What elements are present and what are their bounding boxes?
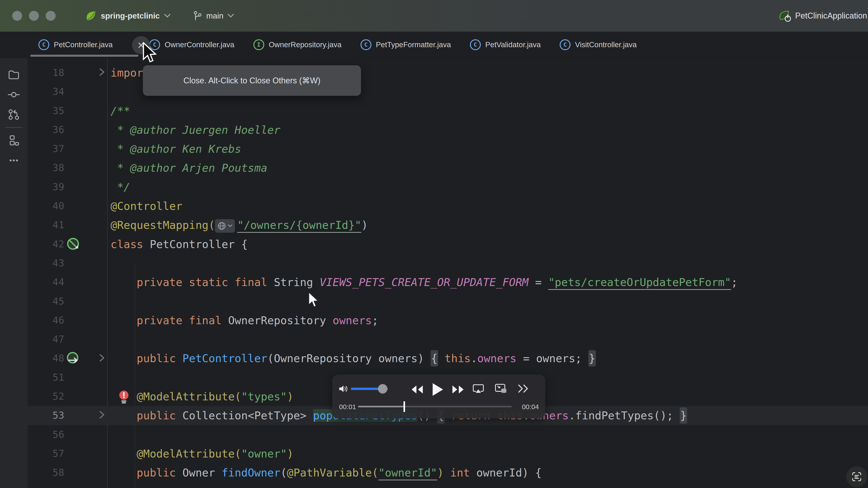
close-tab-tooltip: Close. Alt-Click to Close Others (⌘W) bbox=[143, 65, 361, 96]
class-file-icon: C bbox=[361, 39, 371, 50]
line-number: 38 bbox=[28, 158, 64, 177]
class-file-icon: C bbox=[470, 39, 481, 50]
spring-bean-gutter-icon[interactable] bbox=[66, 237, 81, 252]
code-line-36[interactable]: 36 * @author Juergen Hoeller bbox=[28, 121, 868, 139]
window-minimize-button[interactable] bbox=[29, 11, 39, 21]
activity-structure-icon[interactable] bbox=[4, 131, 24, 151]
tab-petvalidator-java[interactable]: CPetValidator.java bbox=[460, 32, 550, 58]
code-line-46[interactable]: 46 private final OwnerRepository owners; bbox=[28, 311, 868, 330]
activity-commit-icon[interactable] bbox=[4, 85, 24, 105]
tab-label: PetTypeFormatter.java bbox=[376, 40, 451, 49]
line-number: 47 bbox=[28, 330, 64, 349]
tab-label: OwnerRepository.java bbox=[269, 40, 342, 49]
activity-pull-request-icon[interactable] bbox=[4, 105, 24, 125]
line-number: 40 bbox=[28, 197, 64, 216]
mouse-cursor-tab bbox=[141, 42, 157, 66]
code-text: @Controller bbox=[111, 197, 182, 216]
line-number: 52 bbox=[28, 387, 64, 406]
code-line-43[interactable]: 43 bbox=[28, 254, 868, 273]
run-config-name: PetClinicApplication bbox=[795, 11, 867, 21]
project-name: spring-petclinic bbox=[101, 11, 160, 20]
activity-bar bbox=[0, 58, 28, 488]
branch-name: main bbox=[206, 11, 223, 20]
line-number: 45 bbox=[28, 292, 64, 311]
window-close-button[interactable] bbox=[12, 11, 22, 21]
ide-window: spring-petclinic main PetClinicApplicati… bbox=[0, 0, 868, 488]
vcs-branch-selector[interactable]: main bbox=[192, 10, 235, 21]
line-number: 46 bbox=[28, 311, 64, 330]
line-number: 41 bbox=[28, 216, 64, 234]
more-chevrons-icon[interactable] bbox=[517, 384, 529, 394]
volume-knob[interactable] bbox=[378, 384, 388, 394]
line-number: 18 bbox=[28, 63, 64, 82]
fold-arrow-icon[interactable] bbox=[98, 406, 105, 425]
playhead[interactable] bbox=[403, 401, 405, 412]
code-text: public Owner findOwner(@PathVariable("ow… bbox=[111, 463, 541, 482]
line-number: 35 bbox=[28, 101, 64, 121]
tab-visitcontroller-java[interactable]: CVisitController.java bbox=[550, 32, 646, 58]
volume-slider[interactable] bbox=[351, 388, 388, 390]
code-line-39[interactable]: 39 */ bbox=[28, 177, 868, 197]
code-line-56[interactable]: 56 bbox=[28, 425, 868, 444]
code-line-35[interactable]: 35/** bbox=[28, 101, 868, 121]
code-line-41[interactable]: 41@RequestMapping("/owners/{ownerId}") bbox=[28, 216, 868, 234]
play-button[interactable] bbox=[431, 382, 444, 398]
picture-in-picture-icon[interactable] bbox=[495, 383, 507, 395]
code-line-40[interactable]: 40@Controller bbox=[28, 197, 868, 216]
speaker-icon[interactable] bbox=[339, 384, 349, 394]
rewind-button[interactable] bbox=[410, 385, 424, 395]
activity-more-icon[interactable] bbox=[4, 151, 24, 170]
code-text: class PetController { bbox=[111, 235, 248, 254]
code-line-57[interactable]: 57 @ModelAttribute("owner") bbox=[28, 444, 868, 463]
code-text: private static final String VIEWS_PETS_C… bbox=[111, 273, 738, 292]
line-number: 43 bbox=[28, 254, 64, 273]
code-text: @ModelAttribute("owner") bbox=[111, 444, 293, 463]
line-number: 42 bbox=[28, 235, 64, 254]
fast-forward-button[interactable] bbox=[452, 385, 465, 395]
editor-tab-bar: CPetController.javaCOwnerController.java… bbox=[0, 32, 868, 58]
class-file-icon: C bbox=[38, 39, 49, 50]
airplay-icon[interactable] bbox=[472, 383, 485, 395]
tab-label: VisitController.java bbox=[575, 40, 637, 49]
activity-folder-icon[interactable] bbox=[4, 65, 24, 85]
code-text: @RequestMapping("/owners/{ownerId}") bbox=[111, 216, 368, 234]
tooltip-text: Close. Alt-Click to Close Others (⌘W) bbox=[183, 76, 320, 86]
activity-bar-divider bbox=[5, 127, 22, 128]
live-text-scan-button[interactable] bbox=[846, 466, 867, 487]
fold-arrow-icon[interactable] bbox=[98, 349, 105, 368]
player-time-row: 00:01 00:04 bbox=[332, 401, 545, 415]
code-line-47[interactable]: 47 bbox=[28, 330, 868, 349]
code-text: @ModelAttribute("types") bbox=[111, 387, 293, 406]
code-text: * @author Arjen Poutsma bbox=[111, 158, 268, 177]
tab-label: PetController.java bbox=[54, 40, 113, 49]
chevron-down-icon bbox=[164, 13, 170, 18]
tab-ownerrepository-java[interactable]: IOwnerRepository.java bbox=[244, 32, 351, 58]
code-line-45[interactable]: 45 bbox=[28, 292, 868, 311]
url-mapping-globe-inlay[interactable] bbox=[215, 219, 235, 233]
tab-petcontroller-java[interactable]: CPetController.java bbox=[29, 32, 140, 58]
code-line-58[interactable]: 58 public Owner findOwner(@PathVariable(… bbox=[28, 463, 868, 482]
line-number: 51 bbox=[28, 368, 64, 387]
code-line-48[interactable]: 48 public PetController(OwnerRepository … bbox=[28, 349, 868, 368]
code-line-42[interactable]: 42class PetController { bbox=[28, 235, 868, 254]
code-line-44[interactable]: 44 private static final String VIEWS_PET… bbox=[28, 273, 868, 292]
fold-arrow-icon[interactable] bbox=[98, 63, 105, 82]
tab-label: OwnerController.java bbox=[164, 40, 234, 49]
progress-bar[interactable] bbox=[358, 406, 512, 408]
line-number: 58 bbox=[28, 463, 64, 482]
elapsed-time: 00:01 bbox=[339, 403, 356, 411]
line-number: 48 bbox=[28, 349, 64, 368]
line-number: 44 bbox=[28, 273, 64, 292]
run-configuration-selector[interactable]: PetClinicApplication bbox=[778, 10, 867, 22]
code-editor[interactable]: 18import ...3435/**36 * @author Juergen … bbox=[28, 58, 868, 488]
code-text: public PetController(OwnerRepository own… bbox=[111, 349, 596, 368]
line-number: 36 bbox=[28, 121, 64, 139]
line-number: 39 bbox=[28, 177, 64, 197]
code-line-37[interactable]: 37 * @author Ken Krebs bbox=[28, 139, 868, 158]
code-line-38[interactable]: 38 * @author Arjen Poutsma bbox=[28, 158, 868, 177]
project-selector[interactable]: spring-petclinic bbox=[85, 10, 170, 22]
tab-pettypeformatter-java[interactable]: CPetTypeFormatter.java bbox=[351, 32, 460, 58]
spring-dep-gutter-icon[interactable] bbox=[66, 351, 81, 366]
code-text: private final OwnerRepository owners; bbox=[111, 311, 378, 330]
window-zoom-button[interactable] bbox=[46, 11, 56, 21]
